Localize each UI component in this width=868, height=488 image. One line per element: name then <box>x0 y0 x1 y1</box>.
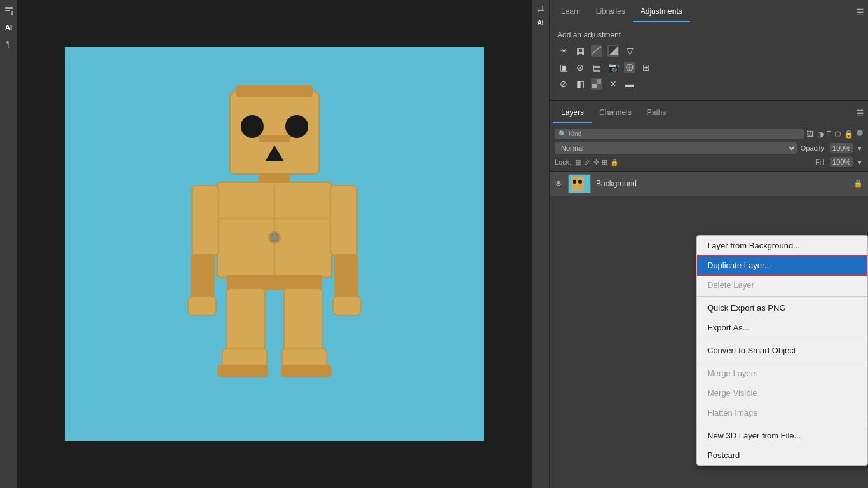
filter-icon-type[interactable]: T <box>827 130 831 139</box>
svg-point-6 <box>241 115 264 138</box>
layer-search-box[interactable]: 🔍 Kind <box>555 129 804 139</box>
svg-rect-0 <box>5 7 13 9</box>
layers-tab-paths[interactable]: Paths <box>639 103 674 123</box>
layers-tabs-row: Layers Channels Paths ☰ <box>550 101 868 125</box>
opacity-label: Opacity: <box>801 144 826 152</box>
canvas-area <box>18 0 531 488</box>
context-menu-item-layer-from-background[interactable]: Layer from Background... <box>697 236 867 255</box>
context-menu-item-new-3d-layer[interactable]: New 3D Layer from File... <box>697 426 867 445</box>
adj-icon-color-lookup[interactable]: ⊞ <box>640 61 653 74</box>
svg-rect-26 <box>284 288 322 352</box>
opacity-input[interactable] <box>830 143 853 153</box>
adj-icons-row2: ▣ ⊛ ▤ 📷 ⊞ <box>557 61 860 74</box>
context-menu-item-merge-visible[interactable]: Merge Visible <box>697 383 867 403</box>
adj-icon-threshold[interactable] <box>590 78 603 90</box>
adj-icon-photo-filter[interactable]: 📷 <box>607 61 620 74</box>
layers-controls: 🔍 Kind 🖼 ◑ T ⬡ 🔒 <box>550 125 868 172</box>
adj-icon-bw[interactable]: ▤ <box>590 61 603 74</box>
lock-icon-transparent[interactable]: ▦ <box>575 158 581 166</box>
context-menu-divider-1 <box>697 296 867 297</box>
context-menu-item-export-as[interactable]: Export As... <box>697 318 867 337</box>
filter-icons: 🖼 ◑ T ⬡ 🔒 <box>806 130 863 139</box>
context-menu-item-postcard[interactable]: Postcard <box>697 445 867 465</box>
lock-icon-all[interactable]: 🔒 <box>610 158 619 166</box>
lock-icon-paint[interactable]: 🖊 <box>584 158 591 166</box>
toolbar-icon-ai[interactable]: AI <box>2 20 16 34</box>
panel-icon-ai2[interactable]: AI <box>538 19 544 26</box>
tab-adjustments[interactable]: Adjustments <box>633 2 690 22</box>
context-menu-item-quick-export[interactable]: Quick Export as PNG <box>697 298 867 318</box>
opacity-arrow[interactable]: ▼ <box>857 145 863 152</box>
toolbar-icon-top[interactable] <box>2 4 16 18</box>
adj-icon-brightness[interactable]: ☀ <box>557 44 570 57</box>
filter-icon-shape[interactable]: ⬡ <box>834 130 841 139</box>
adj-icon-selective-color[interactable]: ▬ <box>623 78 636 90</box>
filter-dot[interactable] <box>857 130 863 136</box>
add-adjustment-label: Add an adjustment <box>557 30 860 39</box>
adj-icon-exposure[interactable] <box>607 44 620 57</box>
fill-input[interactable] <box>830 157 853 167</box>
svg-rect-1 <box>5 10 10 11</box>
layer-visibility-icon[interactable]: 👁 <box>555 179 563 189</box>
svg-rect-17 <box>191 254 215 298</box>
tab-libraries[interactable]: Libraries <box>588 2 633 22</box>
fill-arrow[interactable]: ▼ <box>857 159 863 166</box>
adj-icon-hsl[interactable]: ▣ <box>557 61 570 74</box>
lock-label: Lock: <box>555 158 571 166</box>
svg-rect-38 <box>592 84 597 88</box>
panel-menu-icon[interactable]: ☰ <box>856 7 864 17</box>
svg-point-43 <box>578 180 582 184</box>
filter-icon-adjust[interactable]: ◑ <box>817 130 824 139</box>
adjustments-section: Add an adjustment ☀ ▦ <box>550 24 868 101</box>
toolbar-icon-paragraph[interactable]: ¶ <box>2 37 16 51</box>
context-menu-item-convert-smart-object[interactable]: Convert to Smart Object <box>697 341 867 360</box>
svg-rect-39 <box>597 79 601 84</box>
layer-lock-icon: 🔒 <box>853 179 863 188</box>
adj-icon-gradient-map[interactable]: ✕ <box>607 78 620 90</box>
context-menu-item-flatten-image[interactable]: Flatten Image <box>697 403 867 423</box>
filter-icon-image[interactable]: 🖼 <box>806 130 814 139</box>
context-menu-item-delete-layer[interactable]: Delete Layer <box>697 275 867 295</box>
svg-rect-9 <box>259 135 290 142</box>
svg-rect-41 <box>571 177 584 191</box>
lock-row: Lock: ▦ 🖊 ✛ ⊞ 🔒 Fill: ▼ <box>555 157 863 167</box>
adj-icons-row1: ☀ ▦ ▽ <box>557 44 860 57</box>
layer-row-background[interactable]: 👁 Background 🔒 <box>550 172 868 196</box>
svg-rect-18 <box>188 296 216 315</box>
adj-icon-channel-mixer[interactable] <box>623 61 636 74</box>
layers-tab-layers[interactable]: Layers <box>553 103 592 123</box>
filter-icon-smart[interactable]: 🔒 <box>844 130 853 139</box>
canvas-image <box>65 47 484 441</box>
right-panel: ⇄ AI Learn Libraries Adjustments ☰ Add a… <box>531 0 868 488</box>
layer-thumbnail <box>568 174 591 193</box>
svg-rect-25 <box>217 365 268 377</box>
layers-menu-icon[interactable]: ☰ <box>856 108 864 118</box>
adj-icon-posterize[interactable]: ◧ <box>574 78 587 90</box>
adj-icon-color-balance[interactable]: ⊛ <box>574 61 587 74</box>
search-kind-label: Kind <box>569 130 581 137</box>
adj-icon-vibrance[interactable]: ▽ <box>623 44 636 57</box>
svg-point-42 <box>573 180 576 184</box>
layers-section: Layers Channels Paths ☰ 🔍 Kind 🖼 <box>550 101 868 488</box>
adj-icon-invert[interactable]: ⊘ <box>557 78 570 90</box>
svg-rect-20 <box>334 254 358 298</box>
left-toolbar: AI ¶ <box>0 0 18 488</box>
context-menu: Layer from Background... Duplicate Layer… <box>696 235 868 466</box>
adjustments-tabs-row: Learn Libraries Adjustments ☰ <box>550 0 868 24</box>
layers-search-row: 🔍 Kind 🖼 ◑ T ⬡ 🔒 <box>555 129 863 139</box>
lock-icon-artboard[interactable]: ⊞ <box>602 158 607 166</box>
search-icon: 🔍 <box>559 130 566 137</box>
context-menu-item-duplicate-layer[interactable]: Duplicate Layer... <box>697 255 867 275</box>
context-menu-item-merge-layers[interactable]: Merge Layers <box>697 363 867 383</box>
blend-mode-select[interactable]: Normal <box>555 142 797 154</box>
adj-icon-levels[interactable]: ▦ <box>574 44 587 57</box>
tab-learn[interactable]: Learn <box>553 2 588 22</box>
lock-icon-position[interactable]: ✛ <box>593 158 599 166</box>
context-menu-divider-2 <box>697 339 867 339</box>
panel-icon-arrows[interactable]: ⇄ <box>537 4 545 14</box>
layers-tab-channels[interactable]: Channels <box>592 103 639 123</box>
svg-rect-19 <box>330 186 357 255</box>
fill-label: Fill: <box>815 158 826 166</box>
lock-icons: ▦ 🖊 ✛ ⊞ 🔒 <box>575 158 619 166</box>
adj-icon-curves[interactable] <box>590 44 603 57</box>
